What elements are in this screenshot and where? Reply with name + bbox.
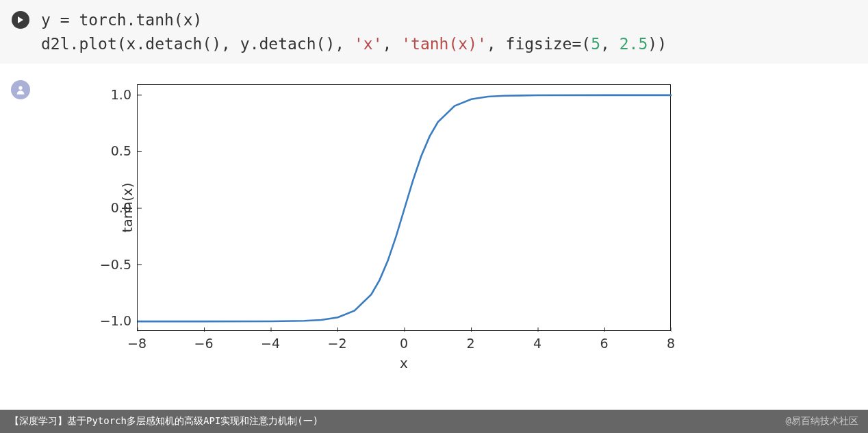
svg-point-0 bbox=[18, 86, 22, 90]
xtick-label: 8 bbox=[667, 336, 675, 351]
user-icon bbox=[15, 84, 26, 95]
xtick-label: 0 bbox=[400, 336, 408, 351]
xlabel: x bbox=[137, 355, 671, 371]
output-gutter bbox=[0, 77, 41, 379]
ytick-label: 0.0 bbox=[93, 200, 131, 215]
run-button[interactable] bbox=[12, 11, 29, 29]
code-cell: y = torch.tanh(x) d2l.plot(x.detach(), y… bbox=[0, 0, 868, 64]
footer-bar: 【深度学习】基于Pytorch多层感知机的高级API实现和注意力机制(一) @易… bbox=[0, 410, 868, 433]
ytick-label: −0.5 bbox=[93, 257, 131, 272]
comma-2: , bbox=[600, 35, 620, 53]
plot: tanh(x) x −8−6−4−202468−1.0−0.50.00.51.0 bbox=[82, 77, 698, 379]
xtick-label: −8 bbox=[127, 336, 146, 351]
xtick-label: −2 bbox=[327, 336, 346, 351]
num-5: 5 bbox=[591, 35, 600, 53]
ytick-label: 1.0 bbox=[93, 87, 131, 102]
plot-wrap: tanh(x) x −8−6−4−202468−1.0−0.50.00.51.0 bbox=[41, 77, 698, 379]
paren-close: )) bbox=[648, 35, 667, 53]
xtick-label: 6 bbox=[600, 336, 608, 351]
plot-frame bbox=[137, 84, 671, 331]
string-tanhx: 'tanh(x)' bbox=[401, 35, 487, 53]
string-x: 'x' bbox=[354, 35, 383, 53]
ytick-label: −1.0 bbox=[93, 313, 131, 328]
xtick-label: 2 bbox=[466, 336, 474, 351]
code-line-1: y = torch.tanh(x) bbox=[41, 11, 202, 29]
plot-svg bbox=[138, 85, 672, 332]
footer-watermark: @易百纳技术社区 bbox=[786, 415, 858, 428]
ytick-label: 0.5 bbox=[93, 143, 131, 158]
code-body[interactable]: y = torch.tanh(x) d2l.plot(x.detach(), y… bbox=[41, 8, 868, 55]
figsize-text: , figsize=( bbox=[487, 35, 591, 53]
output-cell: tanh(x) x −8−6−4−202468−1.0−0.50.00.51.0 bbox=[0, 64, 868, 379]
xtick-label: 4 bbox=[533, 336, 541, 351]
play-icon bbox=[16, 16, 25, 24]
series-line bbox=[138, 95, 672, 321]
cell-gutter bbox=[0, 8, 41, 55]
xtick-label: −4 bbox=[261, 336, 280, 351]
footer-title: 【深度学习】基于Pytorch多层感知机的高级API实现和注意力机制(一) bbox=[10, 415, 318, 428]
comma-1: , bbox=[383, 35, 402, 53]
avatar bbox=[11, 80, 30, 99]
xtick-label: −6 bbox=[194, 336, 213, 351]
num-2p5: 2.5 bbox=[620, 35, 648, 53]
code-line-2-prefix: d2l.plot(x.detach(), y.detach(), bbox=[41, 35, 354, 53]
